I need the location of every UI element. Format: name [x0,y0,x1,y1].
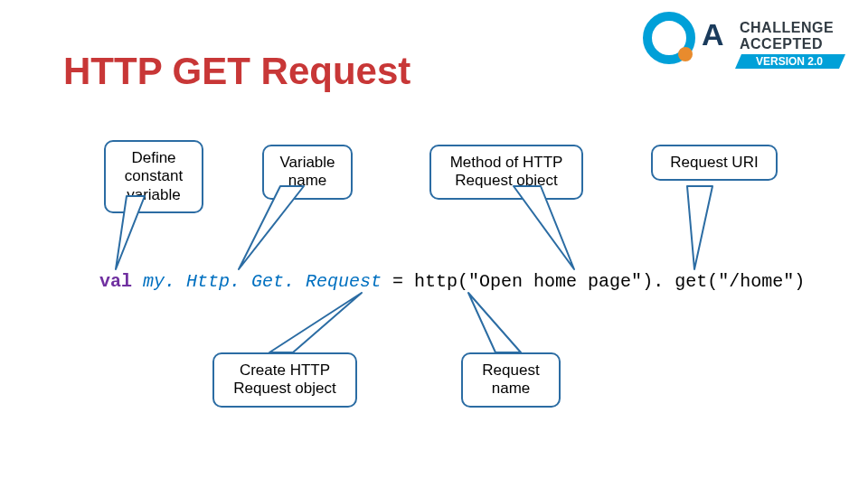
code-rest: = http("Open home page"). get("/home") [382,271,805,292]
code-line: val my. Http. Get. Request = http("Open … [99,271,805,292]
bubble-create: Create HTTP Request object [212,352,357,408]
bubble-define: Define constant variable [104,140,203,213]
logo-tag2: ACCEPTED [740,36,823,52]
svg-text:A: A [702,17,724,52]
code-keyword: val [99,271,132,292]
bubble-varname: Variable name [262,145,353,200]
code-ident: my. Http. Get. Request [143,271,382,292]
svg-marker-8 [269,293,362,352]
bubble-method: Method of HTTP Request object [429,145,583,200]
page-title: HTTP GET Request [63,50,410,93]
logo: A CHALLENGE ACCEPTED VERSION 2.0 [642,11,850,78]
bubble-reqname: Request name [461,352,561,408]
svg-marker-7 [687,186,712,269]
svg-point-1 [678,47,693,61]
logo-tag1: CHALLENGE [740,20,834,35]
bubble-uri: Request URI [651,145,778,181]
svg-marker-9 [468,293,521,352]
logo-version: VERSION 2.0 [756,55,823,68]
